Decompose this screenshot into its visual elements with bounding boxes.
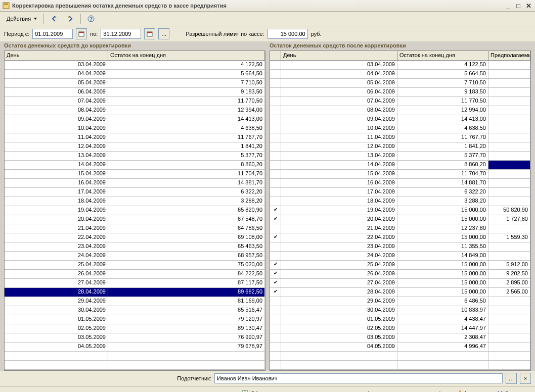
table-row[interactable]: 20.04.200967 548,70 — [5, 215, 265, 224]
table-row[interactable]: 14.04.20098 860,20 — [5, 161, 265, 170]
table-row[interactable]: 16.04.200914 881,70 — [5, 179, 265, 188]
table-row[interactable]: 19.04.200965 820,90 — [5, 206, 265, 215]
cell-check[interactable] — [270, 315, 281, 324]
accountant-input[interactable] — [214, 373, 503, 383]
close-button[interactable]: Закрыть — [493, 388, 531, 392]
nav-next-button[interactable] — [63, 13, 77, 24]
table-row[interactable]: ✔27.04.200915 000,002 895,00 — [270, 279, 530, 288]
period-to-input[interactable] — [101, 29, 141, 39]
cell-check[interactable]: ✔ — [270, 261, 281, 269]
table-row[interactable]: 24.04.200914 849,00 — [270, 252, 530, 261]
table-row[interactable]: 05.04.20097 710,50 — [5, 79, 265, 88]
cell-check[interactable] — [270, 170, 281, 178]
table-row[interactable]: ✔25.04.200915 000,005 912,00 — [270, 261, 530, 270]
table-row[interactable]: 06.04.20099 183,50 — [5, 88, 265, 97]
analyze-button[interactable]: Анализ — [450, 388, 488, 392]
table-row[interactable]: ✔22.04.200915 000,001 559,30 — [270, 233, 530, 242]
table-row[interactable]: 28.04.200989 682,50 — [5, 288, 265, 297]
table-row[interactable]: 25.04.200975 020,00 — [5, 261, 265, 270]
cell-check[interactable] — [270, 324, 281, 333]
table-row[interactable]: 08.04.200912 994,00 — [5, 106, 265, 115]
table-row[interactable]: 29.04.200981 169,00 — [5, 297, 265, 306]
table-row[interactable]: 07.04.200911 770,50 — [270, 97, 530, 106]
table-row[interactable]: 21.04.200912 237,80 — [270, 224, 530, 233]
table-row[interactable]: 13.04.20095 377,70 — [5, 152, 265, 161]
period-picker-button[interactable]: … — [158, 28, 169, 39]
table-row[interactable]: 23.04.200965 463,50 — [5, 242, 265, 252]
table-row[interactable]: 21.04.200964 786,50 — [5, 224, 265, 233]
table-row[interactable]: 07.04.200911 770,50 — [5, 97, 265, 106]
nav-prev-button[interactable] — [47, 13, 61, 24]
table-row[interactable]: 12.04.20091 841,20 — [270, 142, 530, 152]
cell-check[interactable] — [270, 88, 281, 96]
cell-check[interactable]: ✔ — [270, 215, 281, 224]
table-row[interactable]: 03.05.20092 308,47 — [270, 333, 530, 342]
right-grid[interactable]: День Остаток на конец дня Предполагаемый… — [270, 51, 531, 371]
table-row[interactable]: 24.04.200968 957,50 — [5, 252, 265, 261]
table-row[interactable]: ✔28.04.200915 000,002 565,00 — [270, 288, 530, 297]
cell-check[interactable] — [270, 297, 281, 306]
cell-check[interactable] — [270, 142, 281, 151]
table-row[interactable]: 08.04.200912 994,00 — [270, 106, 530, 115]
col-day[interactable]: День — [5, 51, 108, 60]
table-row[interactable]: 01.05.200979 120,97 — [5, 315, 265, 324]
table-row[interactable]: 15.04.200911 704,70 — [5, 170, 265, 179]
cell-check[interactable] — [270, 188, 281, 197]
cell-check[interactable] — [270, 224, 281, 233]
cell-check[interactable]: ✔ — [270, 206, 281, 215]
table-row[interactable]: ✔20.04.200915 000,001 727,80 — [270, 215, 530, 224]
col-expense[interactable]: Предполагаемый расход — [488, 51, 530, 60]
cell-check[interactable] — [270, 97, 281, 106]
table-row[interactable]: ✔19.04.200915 000,0050 820,90 — [270, 206, 530, 215]
cell-check[interactable]: ✔ — [270, 270, 281, 278]
table-row[interactable]: 15.04.200911 704,70 — [270, 170, 530, 179]
col-balance[interactable]: Остаток на конец дня — [108, 51, 265, 60]
table-row[interactable]: 23.04.200911 355,50 — [270, 242, 530, 252]
table-row[interactable]: ✔26.04.200915 000,009 202,50 — [270, 270, 530, 279]
cell-check[interactable]: ✔ — [270, 279, 281, 287]
cell-check[interactable] — [270, 70, 281, 78]
table-row[interactable]: 10.04.20094 638,50 — [270, 124, 530, 133]
table-row[interactable]: 03.05.200976 990,97 — [5, 333, 265, 342]
table-row[interactable]: 02.05.200914 447,97 — [270, 324, 530, 333]
table-row[interactable]: 04.05.20094 996,47 — [270, 342, 530, 352]
col-balance[interactable]: Остаток на конец дня — [397, 51, 488, 60]
table-row[interactable]: 22.04.200969 108,00 — [5, 233, 265, 242]
table-row[interactable]: 11.04.200911 767,70 — [5, 133, 265, 142]
accountant-clear-button[interactable]: × — [520, 373, 531, 384]
left-grid[interactable]: День Остаток на конец дня 03.04.20094 12… — [4, 51, 265, 371]
table-row[interactable]: 17.04.20096 322,20 — [270, 188, 530, 197]
table-row[interactable]: 04.04.20095 664,50 — [5, 70, 265, 79]
table-row[interactable]: 12.04.20091 841,20 — [5, 142, 265, 152]
table-row[interactable]: 09.04.200914 413,00 — [270, 115, 530, 124]
cell-check[interactable] — [270, 115, 281, 124]
generate-orders-button[interactable]: Сформировать расходные кассовые ордера (… — [237, 388, 446, 392]
accountant-select-button[interactable]: … — [506, 373, 517, 384]
cell-check[interactable] — [270, 306, 281, 315]
table-row[interactable]: 04.04.20095 664,50 — [270, 70, 530, 79]
cell-check[interactable] — [270, 179, 281, 187]
table-row[interactable]: 03.04.20094 122,50 — [5, 61, 265, 70]
table-row[interactable]: 16.04.200914 881,70 — [270, 179, 530, 188]
table-row[interactable]: 17.04.20096 322,20 — [5, 188, 265, 197]
table-row[interactable]: 04.05.200979 678,97 — [5, 342, 265, 352]
table-row[interactable]: 01.05.20094 438,47 — [270, 315, 530, 324]
cell-check[interactable] — [270, 133, 281, 142]
maximize-button[interactable]: □ — [514, 2, 523, 10]
help-button[interactable]: ? — [84, 13, 98, 24]
table-row[interactable]: 11.04.200911 767,70 — [270, 133, 530, 142]
col-check[interactable] — [270, 51, 281, 60]
minimize-button[interactable]: _ — [504, 2, 513, 10]
cell-check[interactable] — [270, 152, 281, 160]
cell-check[interactable] — [270, 342, 281, 351]
table-row[interactable]: 13.04.20095 377,70 — [270, 152, 530, 161]
cell-check[interactable] — [270, 252, 281, 260]
table-row[interactable]: 10.04.20094 638,50 — [5, 124, 265, 133]
cell-check[interactable]: ✔ — [270, 288, 281, 297]
close-window-button[interactable]: ✕ — [524, 2, 533, 10]
cell-check[interactable] — [270, 124, 281, 133]
cell-check[interactable] — [270, 197, 281, 206]
cell-check[interactable] — [270, 242, 281, 251]
table-row[interactable]: 29.04.20096 486,50 — [270, 297, 530, 306]
table-row[interactable]: 27.04.200987 117,50 — [5, 279, 265, 288]
